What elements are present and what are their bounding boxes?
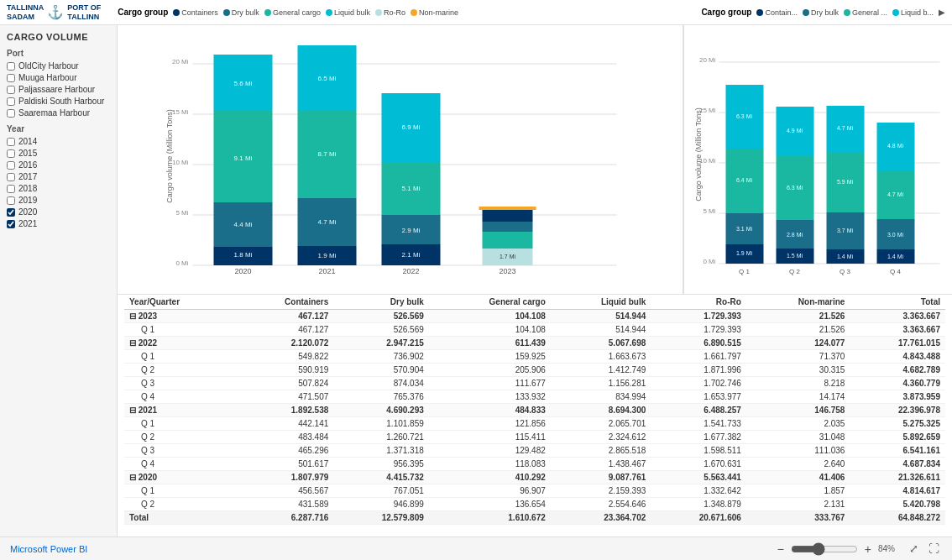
table-cell: 8.694.300 (551, 404, 651, 417)
table-cell: 1.663.673 (551, 350, 651, 364)
zoom-slider[interactable] (791, 542, 858, 556)
legend2-label-l: Liquid b... (901, 8, 934, 17)
svg-text:4.9 Mi: 4.9 Mi (787, 128, 803, 133)
table-cell: ⊟ 2020 (124, 471, 235, 484)
legend-area: Cargo group Containers Dry bulk General … (118, 8, 458, 17)
data-table: Year/Quarter Containers Dry bulk General… (124, 295, 945, 525)
zoom-minus-button[interactable]: − (776, 542, 786, 556)
legend2-title: Cargo group (701, 8, 751, 17)
table-cell: Q 2 (124, 364, 235, 377)
svg-text:10 Mi: 10 Mi (172, 159, 189, 166)
right-chart-svg: Cargo volume (Million Tons) 0 Mi 5 Mi 10… (691, 29, 945, 280)
year-2020-checkbox[interactable] (7, 208, 15, 217)
table-row: ⊟ 20201.807.9794.415.732410.2929.087.761… (124, 471, 945, 484)
port-saaremaa-label: Saaremaa Harbour (18, 108, 90, 118)
table-cell: 104.108 (429, 323, 551, 337)
table-row: Total6.287.71612.579.8091.610.67223.364.… (124, 511, 945, 525)
table-cell: 6.890.515 (651, 337, 746, 350)
zoom-plus-button[interactable]: + (863, 542, 873, 556)
year-2018-checkbox[interactable] (7, 185, 15, 193)
legend2-area: Cargo group Contain... Dry bulk General … (701, 8, 945, 17)
table-cell: 442.141 (235, 417, 334, 431)
header-bar: TALLINNA SADAM ⚓ PORT OF TALLINN Cargo g… (0, 0, 952, 25)
svg-text:6.9 Mi: 6.9 Mi (402, 123, 421, 131)
logo-anchor-icon: ⚓ (47, 4, 64, 20)
table-cell: 767.051 (333, 484, 429, 498)
table-cell: 1.101.859 (333, 417, 429, 431)
year-2017[interactable]: 2017 (7, 172, 110, 181)
table-cell: Q 1 (124, 484, 235, 498)
year-2016-checkbox[interactable] (7, 161, 15, 170)
year-2014[interactable]: 2014 (7, 137, 110, 146)
year-2019-checkbox[interactable] (7, 196, 15, 205)
year-2015-checkbox[interactable] (7, 149, 15, 158)
port-saaremaa-checkbox[interactable] (7, 109, 15, 118)
table-cell: 611.439 (429, 337, 551, 350)
port-paljassaare-checkbox[interactable] (7, 86, 15, 94)
table-cell: 483.484 (235, 431, 334, 444)
year-2014-checkbox[interactable] (7, 138, 15, 146)
table-row: Q 1456.567767.05196.9072.159.3931.332.64… (124, 484, 945, 498)
legend-dot-drybulk (223, 9, 230, 16)
powerbi-link[interactable]: Microsoft Power BI (10, 544, 87, 554)
table-row: Q 2483.4841.260.721115.4112.324.6121.677… (124, 431, 945, 444)
svg-text:10 Mi: 10 Mi (699, 157, 716, 165)
table-row: Q 2431.589946.899136.6542.554.6461.348.8… (124, 498, 945, 511)
table-cell: 5.275.325 (850, 417, 945, 431)
table-cell: 1.438.467 (551, 458, 651, 471)
year-2021[interactable]: 2021 (7, 219, 110, 228)
svg-text:Q 3: Q 3 (840, 268, 850, 275)
port-paldiski-checkbox[interactable] (7, 97, 15, 106)
year-2017-checkbox[interactable] (7, 173, 15, 181)
table-cell: 22.396.978 (850, 404, 945, 417)
table-cell: 1.371.318 (333, 444, 429, 458)
table-row: Q 4471.507765.376133.932834.9941.653.977… (124, 390, 945, 404)
table-cell: 146.758 (746, 404, 850, 417)
legend2-chevron[interactable]: ▶ (939, 8, 945, 17)
table-row: ⊟ 2023467.127526.569104.108514.9441.729.… (124, 310, 945, 323)
year-2020[interactable]: 2020 (7, 207, 110, 217)
table-cell: 501.617 (235, 458, 334, 471)
svg-text:6.3 Mi: 6.3 Mi (736, 113, 753, 119)
logo-text-tallinna: TALLINNA SADAM (7, 3, 44, 22)
port-muuga-checkbox[interactable] (7, 74, 15, 82)
port-saaremaa[interactable]: Saaremaa Harbour (7, 108, 110, 118)
svg-text:9.1 Mi: 9.1 Mi (234, 154, 253, 162)
svg-text:1.7 Mi: 1.7 Mi (500, 254, 516, 259)
table-row: ⊟ 20211.892.5384.690.293484.8338.694.300… (124, 404, 945, 417)
legend-title: Cargo group (118, 8, 168, 17)
table-cell: 1.677.382 (651, 431, 746, 444)
table-cell: 4.814.617 (850, 484, 945, 498)
table-cell: 4.360.779 (850, 377, 945, 390)
legend2-dot-d (803, 9, 809, 16)
table-cell: 2.865.518 (551, 444, 651, 458)
fullscreen-icon[interactable]: ⛶ (926, 542, 942, 555)
port-oldcity[interactable]: OldCity Harbour (7, 61, 110, 71)
table-cell: 765.376 (333, 390, 429, 404)
expand-icon[interactable]: ⤢ (907, 542, 921, 555)
table-cell: 12.579.809 (333, 511, 429, 525)
year-2021-checkbox[interactable] (7, 220, 15, 228)
year-2016[interactable]: 2016 (7, 160, 110, 170)
port-paljassaare[interactable]: Paljassaare Harbour (7, 85, 110, 94)
svg-text:4.7 Mi: 4.7 Mi (837, 125, 854, 131)
sidebar-year-section: Year (7, 124, 110, 133)
svg-text:0 Mi: 0 Mi (703, 258, 715, 265)
port-oldcity-checkbox[interactable] (7, 62, 15, 71)
table-cell: 6.287.716 (235, 511, 334, 525)
table-cell: 1.661.797 (651, 350, 746, 364)
year-2019[interactable]: 2019 (7, 196, 110, 205)
table-cell: 4.415.732 (333, 471, 429, 484)
table-cell: 5.563.441 (651, 471, 746, 484)
svg-text:20 Mi: 20 Mi (172, 58, 189, 65)
year-2015[interactable]: 2015 (7, 149, 110, 158)
svg-text:Q 1: Q 1 (739, 268, 750, 275)
year-2018[interactable]: 2018 (7, 184, 110, 193)
legend-dot-containers (173, 9, 180, 16)
port-muuga[interactable]: Muuga Harbour (7, 73, 110, 82)
table-cell: 115.411 (429, 431, 551, 444)
port-paldiski[interactable]: Paldiski South Harbour (7, 97, 110, 106)
table-cell: Q 4 (124, 458, 235, 471)
table-cell: 8.218 (746, 377, 850, 390)
table-cell: 14.174 (746, 390, 850, 404)
